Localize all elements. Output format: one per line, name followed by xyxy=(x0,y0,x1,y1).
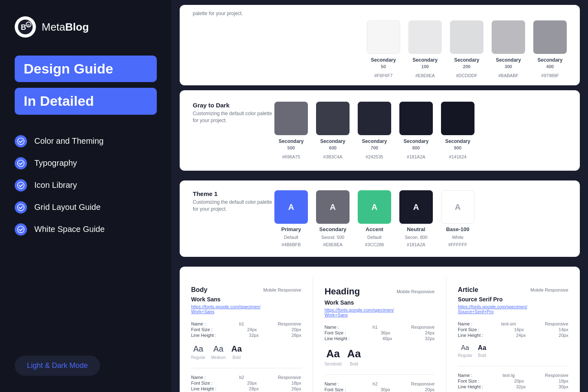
theme-swatch-primary: A Primary Default #4B6BFB xyxy=(274,190,308,247)
check-circle-icon xyxy=(15,223,27,236)
gray-to-dark-row: Gray to Dark Customizing the default col… xyxy=(193,102,567,159)
article-col-header: Article Mobile Responsive xyxy=(458,286,568,294)
heading-font-link[interactable]: https://fonts.google.com/specimen/Work+S… xyxy=(325,307,435,317)
article-col-title: Article xyxy=(458,286,478,294)
sidebar-item-color-theming[interactable]: Color and Theming xyxy=(15,135,157,147)
light-dark-mode-button[interactable]: Light & Dark Mode xyxy=(15,356,100,376)
theme1-label: Theme 1 Customizing the default color pa… xyxy=(193,190,274,213)
svg-point-6 xyxy=(18,182,24,189)
body-mobile-badge: Mobile Responsive xyxy=(263,287,301,292)
typo-example: Aa Regular xyxy=(191,344,205,360)
swatch-color: A xyxy=(441,190,474,224)
typography-article-col: Article Mobile Responsive Source Serif P… xyxy=(446,276,580,392)
typography-section: Body Mobile Responsive Work Sans https:/… xyxy=(180,267,580,392)
typography-grid: Body Mobile Responsive Work Sans https:/… xyxy=(180,276,580,392)
typo-aa-glyph: Aa xyxy=(478,344,486,352)
svg-point-7 xyxy=(18,204,24,211)
swatch-color xyxy=(492,20,525,54)
typo-example: Aa Bold xyxy=(232,344,242,360)
typography-heading-col: Heading Mobile Responsive Work Sans http… xyxy=(313,276,447,392)
sidebar: B D MetaBlog Design Guide In Detailed Co… xyxy=(0,0,172,392)
hero-title-1: Design Guide xyxy=(15,56,157,82)
typo-aa-glyph: Aa xyxy=(232,344,242,354)
sidebar-item-label: Icon Library xyxy=(34,180,77,190)
swatch-item: Secondary50 #F6F6F7 xyxy=(367,20,400,78)
svg-text:B: B xyxy=(21,23,26,31)
heading-h2-spec: Name :h2Responsive Font Size :30px20px L… xyxy=(325,381,435,392)
sidebar-item-label: Grid Layout Guide xyxy=(34,203,100,212)
body-font-link[interactable]: https://fonts.google.com/specimen/Work+S… xyxy=(191,304,301,314)
typography-body-col: Body Mobile Responsive Work Sans https:/… xyxy=(180,276,313,392)
swatch-color: A xyxy=(358,190,391,224)
swatch-color xyxy=(408,20,442,54)
swatch-item: Secondary100 #E8E8EA xyxy=(408,20,442,78)
heading-mobile-badge: Mobile Responsive xyxy=(396,289,434,294)
section-title: Theme 1 xyxy=(193,190,274,197)
swatch-item: Secondary800 #181A2A xyxy=(399,102,433,159)
typo-example: Aa Bold xyxy=(347,347,361,366)
logo-area: B D MetaBlog xyxy=(15,16,157,38)
section-title: Gray to Dark xyxy=(193,102,274,109)
theme1-section: Theme 1 Customizing the default color pa… xyxy=(180,180,580,257)
svg-point-4 xyxy=(18,138,24,145)
divider xyxy=(191,368,301,368)
swatch-color xyxy=(367,20,400,54)
color-section-top: palette for your project. Secondary50 #F… xyxy=(180,5,580,85)
divider xyxy=(325,374,435,375)
swatch-item: Secondary600 #3B3C4A xyxy=(316,102,350,159)
theme-swatch-base: A Base-100 White #FFFFFF xyxy=(441,190,474,247)
swatch-color xyxy=(533,20,567,54)
sidebar-item-label: White Space Guide xyxy=(34,225,105,234)
heading-h1-examples: Aa Semibold Aa Bold xyxy=(325,347,435,366)
typo-aa-glyph: Aa xyxy=(461,344,469,352)
heading-col-header: Heading Mobile Responsive xyxy=(325,286,435,297)
divider xyxy=(458,366,568,366)
sidebar-item-grid-layout[interactable]: Grid Layout Guide xyxy=(15,201,157,214)
typo-aa-glyph: Aa xyxy=(214,344,223,354)
theme1-swatches: A Primary Default #4B6BFB A Secondary Se… xyxy=(274,190,567,247)
gray-to-dark-swatches: Secondary500 #696A75 Secondary600 #3B3C4… xyxy=(274,102,567,159)
hero-title-2: In Detailed xyxy=(15,88,157,114)
typo-example: Aa Regular xyxy=(458,344,472,358)
sidebar-item-icon-library[interactable]: Icon Library xyxy=(15,179,157,192)
nav-items: Color and Theming Typography Icon Librar… xyxy=(15,135,157,236)
typo-example: Aa Semibold xyxy=(325,347,342,366)
swatch-color xyxy=(316,102,350,135)
body-b1-examples: Aa Regular Aa Medium Aa Bold xyxy=(191,344,301,360)
typo-aa-glyph: Aa xyxy=(326,347,340,360)
check-circle-icon xyxy=(15,179,27,192)
typo-aa-glyph: Aa xyxy=(347,347,361,360)
gray-to-dark-label: Gray to Dark Customizing the default col… xyxy=(193,102,274,124)
svg-point-8 xyxy=(18,226,24,233)
svg-point-5 xyxy=(18,160,24,167)
swatch-item: Secondary200 #DCDDDF xyxy=(450,20,483,78)
typo-aa-glyph: Aa xyxy=(193,344,203,354)
gray-to-dark-section: Gray to Dark Customizing the default col… xyxy=(180,90,580,171)
swatch-item: Secondary400 #97989F xyxy=(533,20,567,78)
check-circle-icon xyxy=(15,201,27,214)
theme-swatch-accent: A Accent Default #3CC288 xyxy=(358,190,391,247)
body-col-title: Body xyxy=(191,286,207,294)
body-col-header: Body Mobile Responsive xyxy=(191,286,301,294)
theme-swatch-secondary: A Secondary Seond. 500 #E8E8EA xyxy=(316,190,350,247)
article-font-link[interactable]: https://fonts.google.com/specimen/Source… xyxy=(458,304,568,314)
swatch-item: Secondary700 #242535 xyxy=(358,102,391,159)
theme1-row: Theme 1 Customizing the default color pa… xyxy=(193,190,567,247)
content-area: palette for your project. Secondary50 #F… xyxy=(172,0,588,392)
sidebar-item-label: Color and Theming xyxy=(34,136,104,146)
section-desc: Customizing the default color palette fo… xyxy=(193,110,274,124)
swatch-color: A xyxy=(399,190,433,224)
typo-example: Aa Bold xyxy=(478,344,486,358)
sidebar-item-white-space[interactable]: White Space Guide xyxy=(15,223,157,236)
sidebar-item-label: Typography xyxy=(34,158,77,168)
swatch-item: Secondary300 #BABABF xyxy=(492,20,525,78)
body-font-name: Work Sans xyxy=(191,296,301,303)
swatch-item: Secondary900 #141624 xyxy=(441,102,474,159)
sidebar-item-typography[interactable]: Typography xyxy=(15,157,157,169)
swatch-color xyxy=(399,102,433,135)
color-top-swatches: Secondary50 #F6F6F7 Secondary100 #E8E8EA… xyxy=(193,20,567,78)
body-b1-spec: Name :b1Responsive Font Size :24px20px L… xyxy=(191,321,301,338)
heading-h1-spec: Name :h1Responsive Font Size :36px24px L… xyxy=(325,325,435,341)
swatch-color xyxy=(274,102,308,135)
logo-icon: B D xyxy=(15,16,36,38)
